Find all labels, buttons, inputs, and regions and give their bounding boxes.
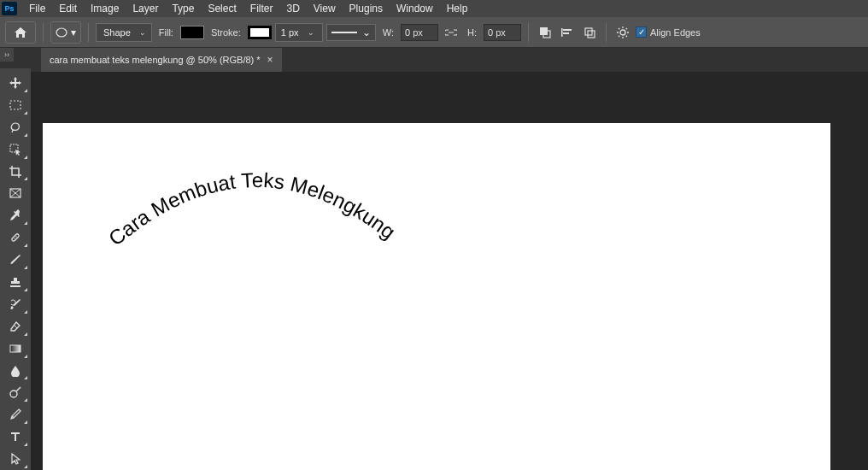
height-field[interactable]: 0 px (484, 24, 521, 41)
clone-stamp-tool[interactable] (3, 272, 28, 292)
dodge-icon (9, 386, 21, 398)
lasso-tool[interactable] (3, 117, 28, 138)
gear-icon (617, 26, 629, 38)
svg-rect-7 (588, 31, 595, 38)
tool-mode-label: Shape (103, 27, 131, 38)
chevron-down-icon: ⌄ (139, 28, 146, 37)
menu-type[interactable]: Type (165, 1, 201, 16)
height-label: H: (464, 27, 480, 38)
divider (43, 23, 44, 42)
menu-bar: Ps File Edit Image Layer Type Select Fil… (0, 0, 868, 17)
lasso-icon (9, 121, 21, 133)
options-bar: ▾ Shape ⌄ Fill: Stroke: 1 px ⌄ ⌄ W: 0 px… (0, 17, 868, 48)
align-edges-label: Align Edges (650, 27, 704, 38)
svg-text:Cara Membuat Teks Melengkung: Cara Membuat Teks Melengkung (104, 168, 400, 250)
document-tab-bar: cara membuat teks melengkung @ 50% (RGB/… (41, 48, 868, 72)
arrange-icon (584, 26, 595, 38)
stroke-width-select[interactable]: 1 px ⌄ (275, 23, 323, 42)
svg-line-14 (626, 35, 627, 36)
menu-help[interactable]: Help (440, 1, 475, 16)
svg-line-27 (16, 387, 21, 391)
width-label: W: (379, 27, 397, 38)
menu-layer[interactable]: Layer (126, 1, 165, 16)
type-tool[interactable] (3, 426, 28, 447)
stroke-style-select[interactable]: ⌄ (326, 24, 376, 41)
link-wh-button[interactable] (442, 23, 460, 42)
width-value: 0 px (405, 27, 423, 38)
stroke-style-line-icon (331, 32, 357, 33)
object-selection-tool[interactable] (3, 139, 28, 160)
height-value: 0 px (488, 27, 506, 38)
gradient-icon (9, 344, 21, 354)
menu-select[interactable]: Select (201, 1, 243, 16)
panel-collapse-toggle[interactable]: ›› (0, 48, 14, 62)
pen-icon (9, 408, 21, 420)
menu-filter[interactable]: Filter (243, 1, 280, 16)
marquee-tool[interactable] (3, 95, 28, 115)
menu-3d[interactable]: 3D (279, 1, 306, 16)
move-tool[interactable] (3, 73, 28, 93)
object-select-icon (9, 144, 21, 156)
brush-tool[interactable] (3, 250, 28, 270)
menu-view[interactable]: View (307, 1, 343, 16)
document-tab[interactable]: cara membuat teks melengkung @ 50% (RGB/… (41, 48, 282, 72)
fill-swatch[interactable] (180, 26, 204, 39)
path-arrangement-button[interactable] (580, 23, 599, 42)
history-brush-tool[interactable] (3, 294, 28, 314)
crop-tool[interactable] (3, 162, 28, 182)
home-button[interactable] (5, 21, 36, 44)
menu-edit[interactable]: Edit (52, 1, 84, 16)
frame-tool[interactable] (3, 183, 28, 203)
bandage-icon (9, 232, 21, 244)
svg-rect-25 (10, 345, 21, 352)
stamp-icon (9, 276, 21, 288)
tool-mode-select[interactable]: Shape ⌄ (96, 23, 152, 42)
blur-tool[interactable] (3, 361, 28, 381)
svg-point-0 (56, 28, 67, 37)
divider (606, 23, 607, 42)
frame-icon (9, 188, 21, 198)
eraser-tool[interactable] (3, 316, 28, 337)
document-canvas[interactable]: Cara Membuat Teks Melengkung (43, 123, 830, 470)
move-icon (9, 77, 21, 89)
menu-plugins[interactable]: Plugins (343, 1, 390, 16)
svg-point-8 (620, 30, 625, 35)
tool-palette (0, 68, 31, 470)
history-brush-icon (9, 298, 21, 310)
healing-brush-tool[interactable] (3, 227, 28, 248)
divider (528, 23, 529, 42)
path-operations-button[interactable] (536, 23, 554, 42)
shape-tool-picker[interactable]: ▾ (50, 21, 81, 44)
brush-icon (9, 254, 21, 266)
svg-rect-4 (563, 32, 569, 34)
path-operations-icon (539, 26, 551, 38)
svg-rect-22 (11, 233, 20, 242)
dodge-tool[interactable] (3, 382, 28, 402)
svg-rect-6 (585, 28, 592, 35)
fill-label: Fill: (155, 27, 177, 38)
stroke-label: Stroke: (208, 27, 244, 38)
eyedropper-tool[interactable] (3, 205, 28, 226)
svg-line-16 (619, 35, 619, 36)
menu-file[interactable]: File (22, 1, 52, 16)
additional-options-button[interactable] (613, 23, 632, 42)
ellipse-icon (56, 27, 67, 38)
crop-icon (9, 166, 21, 178)
pen-tool[interactable] (3, 404, 28, 425)
width-field[interactable]: 0 px (401, 24, 438, 41)
menu-window[interactable]: Window (390, 1, 440, 16)
arrow-cursor-icon (10, 453, 21, 465)
stroke-swatch[interactable] (248, 26, 272, 39)
align-icon (561, 26, 573, 38)
menu-image[interactable]: Image (84, 1, 126, 16)
svg-point-28 (12, 416, 14, 418)
gradient-tool[interactable] (3, 338, 28, 359)
align-edges-checkbox[interactable]: ✓ Align Edges (636, 26, 704, 38)
close-icon[interactable]: × (267, 54, 273, 66)
link-icon (445, 27, 457, 38)
path-alignment-button[interactable] (558, 23, 577, 42)
svg-rect-5 (561, 28, 563, 37)
double-chevron-right-icon: ›› (4, 50, 9, 59)
svg-point-26 (10, 391, 17, 397)
path-selection-tool[interactable] (3, 449, 28, 469)
